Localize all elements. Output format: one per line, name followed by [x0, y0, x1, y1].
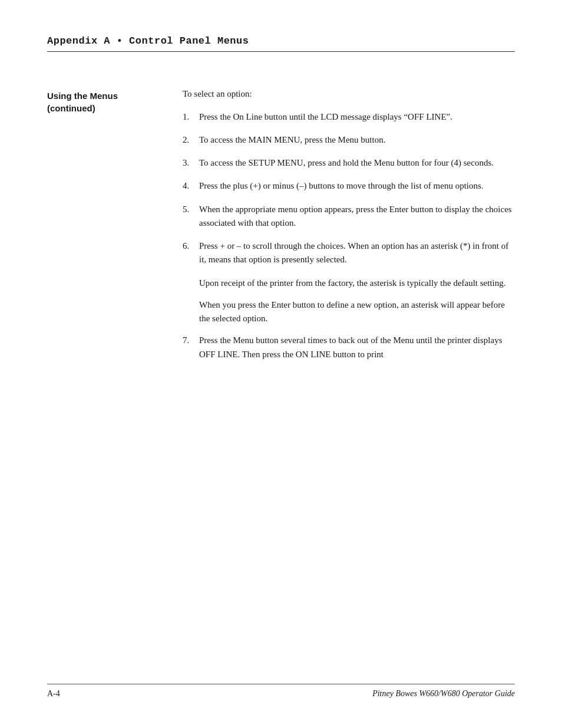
page: Appendix A • Control Panel Menus Using t… [0, 0, 562, 728]
list-item: 1. Press the On Line button until the LC… [183, 110, 515, 124]
item-text-7: Press the Menu button several times to b… [199, 334, 515, 361]
item-text-4: Press the plus (+) or minus (–) buttons … [199, 179, 515, 193]
section-title-line2: (continued) [47, 103, 95, 113]
item-text-6: Press + or – to scroll through the choic… [199, 239, 515, 267]
item-number-7: 7. [183, 334, 199, 347]
page-header: Appendix A • Control Panel Menus [47, 35, 515, 52]
item-text-5: When the appropriate menu option appears… [199, 203, 515, 230]
footer-title: Pitney Bowes W660/W680 Operator Guide [372, 689, 515, 699]
list-item: 7. Press the Menu button several times t… [183, 334, 515, 361]
item-number-6: 6. [183, 239, 199, 253]
list-item: 6. Press + or – to scroll through the ch… [183, 239, 515, 267]
header-title: Appendix A • Control Panel Menus [47, 35, 249, 47]
item-text-1: Press the On Line button until the LCD m… [199, 110, 515, 124]
item-number-3: 3. [183, 156, 199, 170]
item-number-2: 2. [183, 133, 199, 147]
item-text-2: To access the MAIN MENU, press the Menu … [199, 133, 515, 147]
continuation-text-6b: When you press the Enter button to defin… [199, 298, 515, 326]
footer-page-number: A-4 [47, 689, 60, 699]
item-number-1: 1. [183, 110, 199, 124]
content-area: Using the Menus (continued) To select an… [47, 87, 515, 371]
section-title: Using the Menus (continued) [47, 90, 165, 114]
section-title-line1: Using the Menus [47, 91, 118, 101]
item-number-4: 4. [183, 179, 199, 193]
item-text-3: To access the SETUP MENU, press and hold… [199, 156, 515, 170]
list-item: 2. To access the MAIN MENU, press the Me… [183, 133, 515, 147]
list-item: 3. To access the SETUP MENU, press and h… [183, 156, 515, 170]
intro-text: To select an option: [183, 87, 515, 101]
item-number-5: 5. [183, 203, 199, 216]
continuation-text-6a: Upon receipt of the printer from the fac… [199, 276, 515, 290]
list-item: 5. When the appropriate menu option appe… [183, 203, 515, 230]
left-column: Using the Menus (continued) [47, 87, 177, 371]
list-item: 4. Press the plus (+) or minus (–) butto… [183, 179, 515, 193]
page-footer: A-4 Pitney Bowes W660/W680 Operator Guid… [47, 684, 515, 699]
right-column: To select an option: 1. Press the On Lin… [177, 87, 515, 371]
numbered-list: 1. Press the On Line button until the LC… [183, 110, 515, 267]
